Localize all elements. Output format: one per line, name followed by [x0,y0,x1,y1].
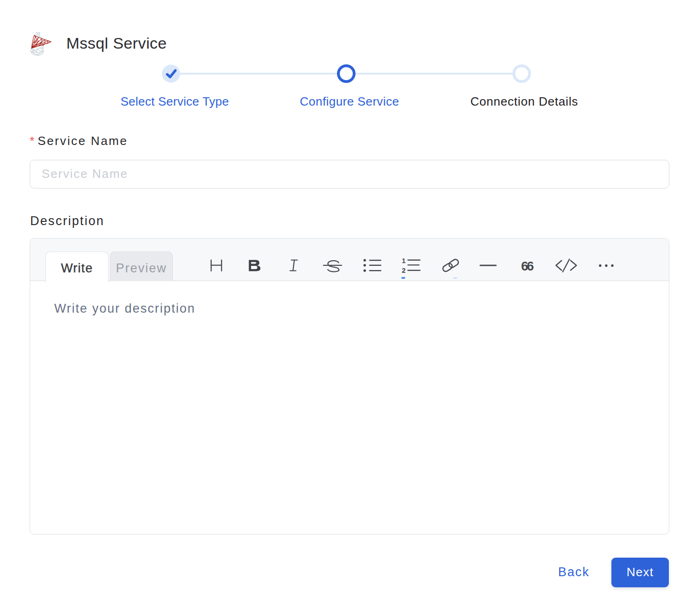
svg-text:1: 1 [402,257,406,264]
svg-text:2: 2 [402,266,406,274]
svg-text:66: 66 [521,259,534,273]
